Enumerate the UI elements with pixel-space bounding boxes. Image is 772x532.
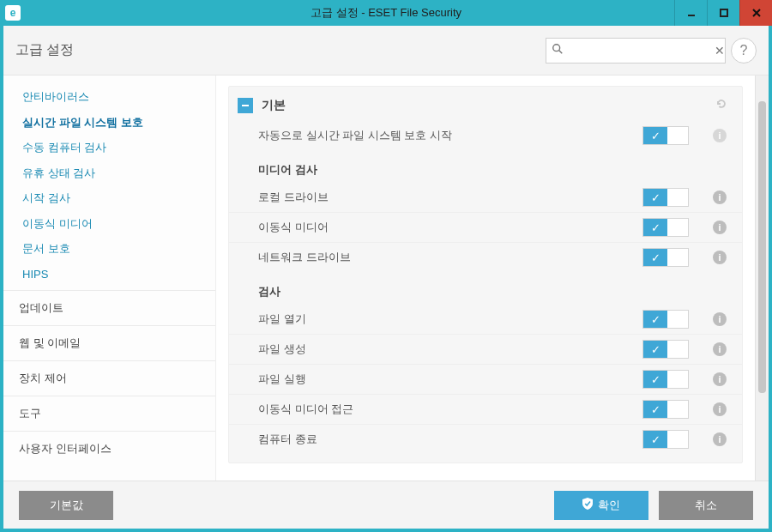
check-icon: ✓ <box>643 341 667 358</box>
sidebar-category-user-interface[interactable]: 사용자 인터페이스 <box>3 431 215 466</box>
sidebar-category-update[interactable]: 업데이트 <box>3 290 215 325</box>
search-box[interactable]: ✕ <box>546 38 726 63</box>
sidebar-category-device-control[interactable]: 장치 제어 <box>3 360 215 396</box>
window-controls <box>674 0 772 26</box>
close-button[interactable] <box>739 0 772 26</box>
defaults-button[interactable]: 기본값 <box>19 491 113 520</box>
setting-row-removable-access: 이동식 미디어 접근 ✓ i <box>229 394 742 424</box>
toggle-computer-shutdown[interactable]: ✓ <box>642 430 689 449</box>
scrollbar-thumb[interactable] <box>758 101 766 393</box>
toggle-autostart[interactable]: ✓ <box>642 126 689 145</box>
ok-button[interactable]: 확인 <box>554 491 648 520</box>
button-label: 취소 <box>695 498 717 513</box>
info-icon[interactable]: i <box>713 342 727 356</box>
toggle-local-drives[interactable]: ✓ <box>642 188 689 207</box>
title-bar: e 고급 설정 - ESET File Security <box>0 0 772 26</box>
setting-row-file-open: 파일 열기 ✓ i <box>229 305 742 334</box>
sidebar-item-idle-scan[interactable]: 유휴 상태 검사 <box>3 160 215 186</box>
setting-label: 이동식 미디어 <box>258 220 642 235</box>
toggle-file-execute[interactable]: ✓ <box>642 370 689 389</box>
header: 고급 설정 ✕ ? <box>3 26 769 76</box>
setting-row-computer-shutdown: 컴퓨터 종료 ✓ i <box>229 424 742 454</box>
setting-label: 컴퓨터 종료 <box>258 432 642 447</box>
info-icon[interactable]: i <box>713 312 727 326</box>
setting-row-removable-media: 이동식 미디어 ✓ i <box>229 212 742 242</box>
shield-icon <box>582 498 593 512</box>
sidebar-category-tools[interactable]: 도구 <box>3 396 215 431</box>
cancel-button[interactable]: 취소 <box>659 491 753 520</box>
page-title: 고급 설정 <box>15 41 74 59</box>
window-title: 고급 설정 - ESET File Security <box>0 5 772 21</box>
check-icon: ✓ <box>643 249 667 266</box>
sidebar-nav-group: 안티바이러스 실시간 파일 시스템 보호 수동 컴퓨터 검사 유휴 상태 검사 … <box>3 81 215 290</box>
search-input[interactable] <box>564 44 715 57</box>
info-icon[interactable]: i <box>713 129 727 142</box>
setting-label: 로컬 드라이브 <box>258 190 642 205</box>
help-icon: ? <box>740 43 748 58</box>
maximize-icon <box>720 9 728 17</box>
check-icon: ✓ <box>643 371 667 388</box>
toggle-removable-access[interactable]: ✓ <box>642 400 689 419</box>
toggle-network-drives[interactable]: ✓ <box>642 248 689 267</box>
setting-row-local-drives: 로컬 드라이브 ✓ i <box>229 183 742 212</box>
svg-rect-4 <box>242 105 249 106</box>
group-title: 기본 <box>262 98 286 113</box>
maximize-button[interactable] <box>707 0 739 26</box>
sidebar-item-manual-scan[interactable]: 수동 컴퓨터 검사 <box>3 135 215 160</box>
check-icon: ✓ <box>643 127 667 144</box>
setting-label: 파일 실행 <box>258 372 642 387</box>
sidebar-item-antivirus[interactable]: 안티바이러스 <box>3 84 215 110</box>
setting-label: 이동식 미디어 접근 <box>258 402 642 417</box>
scrollbar[interactable] <box>755 76 769 481</box>
sidebar-category-web-email[interactable]: 웹 및 이메일 <box>3 325 215 360</box>
info-icon[interactable]: i <box>713 190 727 204</box>
svg-line-3 <box>559 51 563 54</box>
setting-row-file-execute: 파일 실행 ✓ i <box>229 364 742 394</box>
toggle-file-open[interactable]: ✓ <box>642 310 689 329</box>
footer: 기본값 확인 취소 <box>3 481 769 529</box>
clear-search-icon[interactable]: ✕ <box>715 44 725 57</box>
content-panel: 기본 자동으로 실시간 파일 시스템 보호 시작 ✓ i 미디어 검사 <box>216 76 755 481</box>
sidebar-item-startup-scan[interactable]: 시작 검사 <box>3 185 215 211</box>
button-label: 확인 <box>598 498 620 513</box>
svg-point-2 <box>553 45 560 51</box>
sidebar-item-document-protection[interactable]: 문서 보호 <box>3 236 215 262</box>
setting-label: 자동으로 실시간 파일 시스템 보호 시작 <box>258 128 642 143</box>
check-icon: ✓ <box>643 189 667 206</box>
sidebar: 안티바이러스 실시간 파일 시스템 보호 수동 컴퓨터 검사 유휴 상태 검사 … <box>3 76 216 481</box>
toggle-removable-media[interactable]: ✓ <box>642 218 689 237</box>
toggle-file-create[interactable]: ✓ <box>642 340 689 359</box>
sidebar-item-hips[interactable]: HIPS <box>3 262 215 287</box>
search-icon <box>552 43 564 57</box>
setting-label: 네트워크 드라이브 <box>258 250 642 265</box>
minimize-button[interactable] <box>674 0 707 26</box>
info-icon[interactable]: i <box>713 432 727 446</box>
setting-label: 파일 열기 <box>258 311 642 327</box>
check-icon: ✓ <box>643 401 667 418</box>
minimize-icon <box>687 9 696 17</box>
setting-row-autostart: 자동으로 실시간 파일 시스템 보호 시작 ✓ i <box>229 121 742 150</box>
section-title-scan: 검사 <box>229 272 742 305</box>
info-icon[interactable]: i <box>713 251 727 264</box>
svg-rect-0 <box>688 15 695 16</box>
info-icon[interactable]: i <box>713 402 727 416</box>
minus-icon <box>241 101 250 110</box>
collapse-button[interactable] <box>238 98 253 113</box>
close-icon <box>752 9 761 17</box>
app-icon: e <box>5 5 21 21</box>
check-icon: ✓ <box>643 219 667 236</box>
setting-label: 파일 생성 <box>258 342 642 357</box>
undo-icon <box>715 97 728 111</box>
sidebar-item-realtime-protection[interactable]: 실시간 파일 시스템 보호 <box>3 110 215 136</box>
info-icon[interactable]: i <box>713 221 727 234</box>
info-icon[interactable]: i <box>713 372 727 386</box>
group-header-basic: 기본 <box>229 90 742 121</box>
help-button[interactable]: ? <box>731 38 757 63</box>
setting-row-network-drives: 네트워크 드라이브 ✓ i <box>229 242 742 272</box>
check-icon: ✓ <box>643 431 667 448</box>
section-title-media-scan: 미디어 검사 <box>229 150 742 183</box>
button-label: 기본값 <box>50 498 83 513</box>
svg-rect-1 <box>721 9 727 16</box>
reset-group-button[interactable] <box>715 97 728 114</box>
sidebar-item-removable-media[interactable]: 이동식 미디어 <box>3 211 215 237</box>
